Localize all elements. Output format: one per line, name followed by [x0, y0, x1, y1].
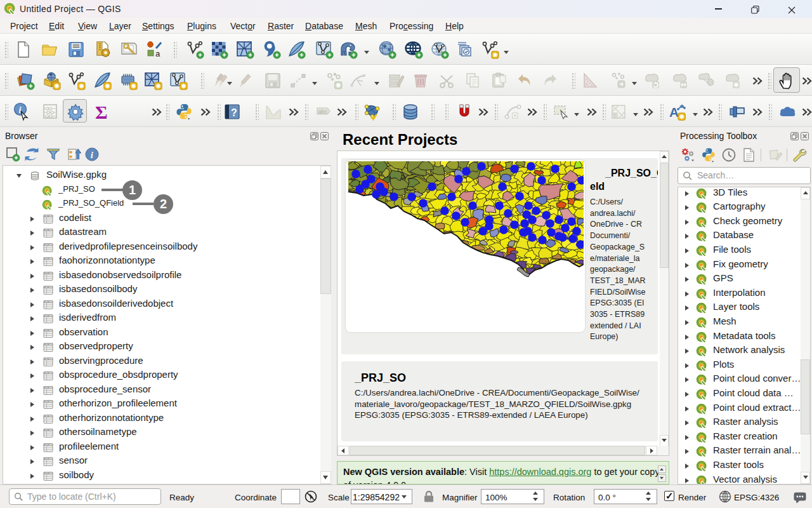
- svg-text:?: ?: [231, 107, 237, 118]
- svg-text:i: i: [19, 105, 22, 114]
- svg-text:abc: abc: [318, 109, 328, 115]
- svg-text:Σ: Σ: [95, 102, 108, 121]
- svg-text:A: A: [669, 105, 679, 119]
- svg-text:a: a: [155, 49, 160, 58]
